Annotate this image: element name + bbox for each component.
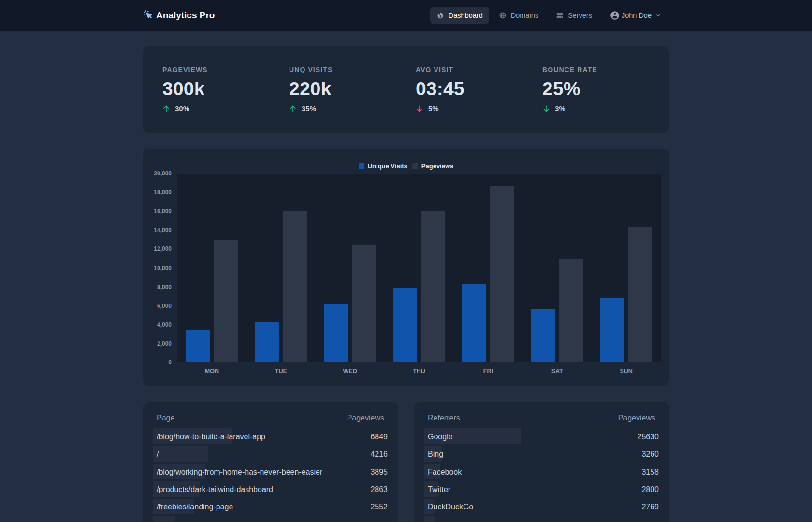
bar-pageviews bbox=[559, 259, 583, 362]
bar-pageviews bbox=[490, 186, 514, 362]
row-value: 4216 bbox=[370, 450, 388, 459]
table-row[interactable]: /4216 bbox=[153, 446, 388, 462]
legend-item: Unique Visits bbox=[359, 162, 407, 170]
y-tick-label: 12,000 bbox=[154, 246, 172, 252]
legend-swatch bbox=[412, 163, 418, 169]
row-label: /freebies/landing-page bbox=[153, 503, 233, 511]
bar-pageviews bbox=[214, 240, 238, 362]
table-row[interactable]: DuckDuckGo2769 bbox=[424, 499, 659, 515]
row-label: Bing bbox=[424, 450, 443, 459]
arrow-down-icon bbox=[416, 105, 423, 113]
table-header: PagePageviews bbox=[153, 412, 388, 423]
nav-inner: Analytics Pro Dashboard Domains bbox=[143, 7, 669, 24]
table-row[interactable]: Yahoo2300 bbox=[424, 516, 659, 522]
bar-group-tue: TUE bbox=[246, 174, 316, 362]
stat-bounce-rate: BOUNCE RATE25%3% bbox=[542, 66, 669, 133]
server-icon bbox=[556, 12, 564, 19]
nav-items: Dashboard Domains Servers bbox=[430, 7, 669, 24]
stat-label: UNQ VISITS bbox=[289, 66, 416, 73]
top-nav: Analytics Pro Dashboard Domains bbox=[0, 0, 812, 31]
globe-icon bbox=[499, 12, 507, 19]
user-menu[interactable]: John Doe bbox=[609, 10, 661, 21]
table-row[interactable]: /products/dark-tailwind-dashboard2863 bbox=[153, 481, 388, 497]
table-row[interactable]: Facebook3158 bbox=[424, 464, 659, 479]
bar-group-mon: MON bbox=[177, 174, 246, 362]
row-value: 6849 bbox=[370, 433, 388, 441]
bar-unique-visits bbox=[531, 309, 555, 362]
row-value: 3895 bbox=[370, 468, 388, 477]
bar-group-thu: THU bbox=[385, 174, 454, 362]
nav-item-domains[interactable]: Domains bbox=[499, 8, 538, 23]
row-value: 3260 bbox=[641, 450, 659, 459]
y-tick-label: 10,000 bbox=[154, 265, 172, 272]
table-col1-header: Referrers bbox=[428, 414, 460, 422]
bar-pageviews bbox=[283, 211, 307, 362]
y-tick-label: 14,000 bbox=[154, 227, 172, 233]
user-name: John Doe bbox=[622, 12, 652, 19]
stat-change: 3% bbox=[542, 104, 669, 113]
stat-change: 35% bbox=[289, 104, 416, 113]
table-row[interactable]: /blog/how-to-build-a-laravel-app6849 bbox=[153, 428, 388, 444]
bar-unique-visits bbox=[324, 304, 348, 362]
bar-pageviews bbox=[421, 211, 445, 362]
bar-unique-visits bbox=[600, 298, 624, 362]
bar-group-fri: FRI bbox=[453, 174, 522, 362]
bar-unique-visits bbox=[393, 288, 417, 362]
cursor-click-icon bbox=[143, 10, 153, 19]
legend-label: Unique Visits bbox=[368, 162, 407, 170]
stats-card: PAGEVIEWS300k30%UNQ VISITS220k35%AVG VIS… bbox=[143, 46, 669, 133]
bar-unique-visits bbox=[186, 330, 210, 362]
table-row[interactable]: Twitter2800 bbox=[424, 481, 659, 497]
legend-swatch bbox=[359, 163, 364, 169]
y-tick-label: 16,000 bbox=[154, 208, 172, 215]
row-bar bbox=[153, 446, 208, 462]
arrow-down-icon bbox=[542, 105, 550, 113]
bar-unique-visits bbox=[462, 284, 486, 362]
x-tick-label: MON bbox=[177, 368, 246, 375]
stat-value: 03:45 bbox=[416, 78, 542, 100]
tables-row: PagePageviews/blog/how-to-build-a-larave… bbox=[143, 402, 669, 522]
table-row[interactable]: /blog/working-from-home-has-never-been-e… bbox=[153, 464, 388, 479]
stat-change: 30% bbox=[162, 104, 289, 113]
row-label: /products/dark-tailwind-dashboard bbox=[153, 485, 273, 494]
row-label: / bbox=[153, 450, 159, 459]
brand-title: Analytics Pro bbox=[156, 10, 215, 21]
x-tick-label: TUE bbox=[246, 368, 316, 375]
y-tick-label: 4,000 bbox=[157, 321, 172, 328]
user-circle-icon bbox=[609, 10, 620, 21]
table-row[interactable]: /blog/best-stats-5-ways-of-use1300 bbox=[153, 516, 388, 522]
stat-unq-visits: UNQ VISITS220k35% bbox=[289, 66, 416, 133]
nav-item-label: Domains bbox=[511, 12, 538, 19]
arrow-up-icon bbox=[289, 105, 297, 113]
bar-pageviews bbox=[352, 245, 376, 362]
bar-group-sat: SAT bbox=[522, 174, 592, 362]
stat-pageviews: PAGEVIEWS300k30% bbox=[162, 66, 289, 133]
bar-group-sun: SUN bbox=[592, 174, 661, 362]
row-value: 2800 bbox=[641, 485, 659, 494]
bar-group-wed: WED bbox=[316, 174, 385, 362]
table-row[interactable]: Bing3260 bbox=[424, 446, 659, 462]
row-label: Facebook bbox=[424, 468, 462, 477]
row-label: Twitter bbox=[424, 485, 450, 494]
x-tick-label: SAT bbox=[522, 368, 592, 375]
legend-item: Pageviews bbox=[412, 162, 454, 170]
bar-chart: MONTUEWEDTHUFRISATSUN bbox=[177, 174, 661, 362]
y-tick-label: 8,000 bbox=[157, 284, 172, 290]
table-col2-header: Pageviews bbox=[618, 414, 655, 422]
x-tick-label: FRI bbox=[453, 368, 522, 375]
stat-change-pct: 3% bbox=[555, 104, 566, 113]
table-row[interactable]: Google25630 bbox=[424, 428, 659, 444]
brand[interactable]: Analytics Pro bbox=[143, 10, 215, 21]
row-label: Google bbox=[424, 433, 453, 441]
row-value: 2769 bbox=[641, 503, 659, 511]
row-label: DuckDuckGo bbox=[424, 503, 473, 511]
nav-item-label: Servers bbox=[568, 12, 592, 19]
table-row[interactable]: /freebies/landing-page2552 bbox=[153, 499, 388, 515]
main-content: PAGEVIEWS300k30%UNQ VISITS220k35%AVG VIS… bbox=[143, 31, 669, 522]
table-col1-header: Page bbox=[157, 414, 174, 422]
chevron-down-icon bbox=[655, 13, 661, 18]
nav-item-dashboard[interactable]: Dashboard bbox=[430, 7, 489, 24]
row-value: 2552 bbox=[370, 503, 388, 511]
row-value: 2863 bbox=[370, 485, 388, 494]
nav-item-servers[interactable]: Servers bbox=[556, 8, 592, 23]
